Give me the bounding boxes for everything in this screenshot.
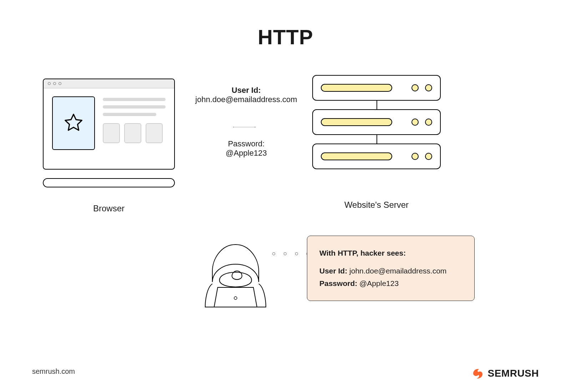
led-icon xyxy=(425,153,432,160)
hacker-password-label: Password: xyxy=(319,279,357,287)
content-lines xyxy=(103,96,166,150)
hacker-password-value: @Apple123 xyxy=(359,279,399,287)
led-icon xyxy=(411,119,419,126)
diagram-title: HTTP xyxy=(0,25,571,49)
hacker-userid-label: User Id: xyxy=(319,267,347,275)
server-slot xyxy=(321,152,392,160)
arrow-icon xyxy=(187,127,302,127)
window-dot-icon xyxy=(53,82,56,85)
browser-titlebar xyxy=(44,79,174,89)
led-icon xyxy=(425,119,432,126)
hacker-box-heading: With HTTP, hacker sees: xyxy=(319,247,462,260)
svg-point-0 xyxy=(233,127,234,127)
brand-name: SEMRUSH xyxy=(487,368,539,379)
password-label: Password: xyxy=(189,139,303,149)
led-icon xyxy=(411,153,419,160)
transfer-credentials-top: User Id: john.doe@emailaddress.com xyxy=(189,86,303,104)
browser-body xyxy=(44,89,174,158)
flame-icon xyxy=(471,367,484,380)
server-unit xyxy=(312,144,441,169)
transfer-credentials-bottom: Password: @Apple123 xyxy=(189,139,303,158)
content-boxes xyxy=(103,123,166,143)
thumbnail xyxy=(52,96,95,150)
browser-label: Browser xyxy=(43,203,175,213)
window-dot-icon xyxy=(59,82,61,85)
hacker-sees-box: With HTTP, hacker sees: User Id: john.do… xyxy=(307,236,475,301)
window-dot-icon xyxy=(48,82,51,85)
password-value: @Apple123 xyxy=(189,149,303,158)
content-box xyxy=(146,123,163,143)
user-id-value: john.doe@emailaddress.com xyxy=(189,95,303,104)
brand-logo: SEMRUSH xyxy=(471,367,539,380)
server-slot xyxy=(321,118,392,126)
hacker-illustration xyxy=(200,241,271,309)
laptop-base xyxy=(43,178,175,187)
hacker-userid-value: john.doe@emailaddress.com xyxy=(349,267,446,275)
hacker-password-row: Password: @Apple123 xyxy=(319,277,462,290)
led-icon xyxy=(425,84,432,91)
led-icon xyxy=(411,84,419,91)
text-line-placeholder xyxy=(103,98,166,101)
server-unit xyxy=(312,75,441,101)
footer-url: semrush.com xyxy=(32,367,75,376)
server-slot xyxy=(321,84,392,92)
hacker-userid-row: User Id: john.doe@emailaddress.com xyxy=(319,265,462,277)
star-icon xyxy=(61,111,86,136)
content-box xyxy=(124,123,141,143)
text-line-placeholder xyxy=(103,105,166,109)
browser-illustration xyxy=(43,79,178,187)
server-unit xyxy=(312,109,441,135)
browser-window xyxy=(43,79,175,170)
server-stack xyxy=(312,75,441,169)
user-id-label: User Id: xyxy=(189,86,303,95)
server-label: Website's Server xyxy=(312,200,441,210)
text-line-placeholder xyxy=(103,113,156,116)
content-box xyxy=(103,123,120,143)
